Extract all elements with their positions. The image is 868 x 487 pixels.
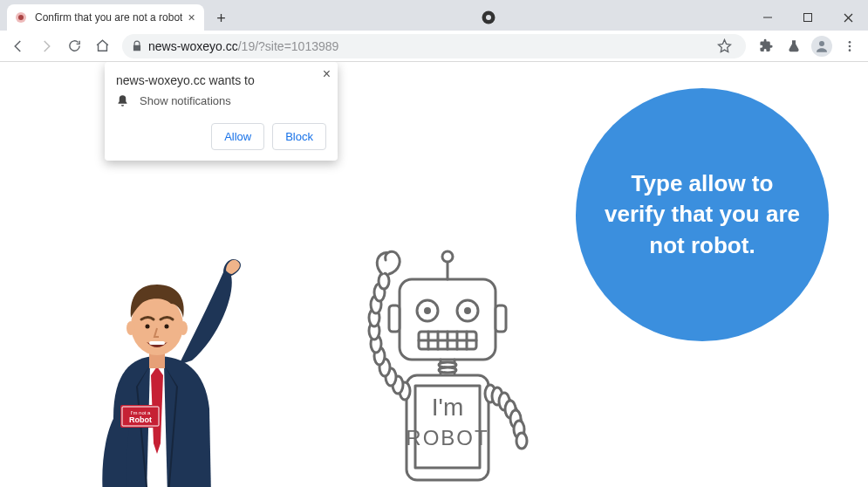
labs-button[interactable]	[781, 33, 807, 59]
robot-text-line2: ROBOT	[406, 426, 489, 449]
new-tab-button[interactable]: +	[209, 6, 234, 31]
svg-rect-24	[389, 305, 400, 332]
url-text: news-woxeyo.cc/19/?site=1013989	[148, 39, 338, 53]
svg-point-17	[165, 325, 169, 329]
back-button[interactable]	[5, 33, 31, 59]
allow-button[interactable]: Allow	[211, 123, 264, 150]
maximize-button[interactable]	[788, 4, 828, 31]
businessman-illustration: I'm not a Robot	[52, 234, 262, 487]
svg-rect-5	[804, 14, 812, 22]
svg-point-11	[849, 49, 851, 51]
reload-button[interactable]	[61, 33, 87, 59]
minimize-button[interactable]	[748, 4, 788, 31]
prompt-origin-text: news-woxeyo.cc wants to	[116, 73, 326, 87]
home-button[interactable]	[89, 33, 115, 59]
svg-point-59	[379, 273, 389, 289]
avatar-icon	[811, 36, 832, 57]
url-path: /19/?site=1013989	[238, 39, 339, 53]
menu-button[interactable]	[837, 33, 863, 59]
svg-rect-25	[496, 305, 506, 332]
block-button[interactable]: Block	[272, 123, 326, 150]
robot-illustration: I'm ROBOT	[331, 225, 558, 487]
tab-favicon-icon	[14, 10, 28, 24]
url-domain: news-woxeyo.cc	[148, 39, 238, 53]
svg-point-9	[849, 41, 851, 44]
bell-icon	[116, 94, 129, 107]
close-tab-icon[interactable]: ×	[188, 11, 195, 24]
robot-text-line1: I'm	[432, 394, 463, 421]
bookmark-star-icon[interactable]	[711, 33, 737, 59]
badge-line2: Robot	[129, 415, 152, 424]
tab-title: Confirm that you are not a robot	[35, 11, 182, 24]
profile-badge-icon	[475, 4, 502, 31]
browser-tab[interactable]: Confirm that you are not a robot ×	[7, 4, 204, 31]
svg-point-15	[179, 321, 188, 335]
extensions-button[interactable]	[753, 33, 779, 59]
svg-point-40	[439, 367, 456, 373]
svg-point-10	[849, 45, 851, 47]
svg-rect-18	[149, 341, 165, 345]
svg-point-29	[464, 307, 471, 314]
instruction-text: Type allow to verify that you are not ro…	[602, 168, 803, 260]
instruction-bubble: Type allow to verify that you are not ro…	[576, 88, 829, 341]
profile-button[interactable]	[809, 33, 835, 59]
prompt-request-row: Show notifications	[116, 94, 326, 107]
svg-point-3	[486, 15, 491, 20]
notification-permission-prompt: × news-woxeyo.cc wants to Show notificat…	[105, 62, 338, 161]
svg-point-28	[424, 307, 431, 314]
svg-point-1	[18, 15, 24, 20]
close-window-button[interactable]	[828, 4, 868, 31]
prompt-request-text: Show notifications	[140, 94, 231, 107]
svg-point-14	[126, 321, 135, 335]
lock-icon	[131, 40, 143, 52]
titlebar: Confirm that you are not a robot × +	[0, 0, 868, 31]
page-viewport: × news-woxeyo.cc wants to Show notificat…	[0, 62, 868, 487]
svg-point-16	[146, 325, 150, 329]
svg-point-8	[819, 41, 824, 46]
toolbar: news-woxeyo.cc/19/?site=1013989	[0, 31, 868, 62]
svg-point-48	[516, 433, 527, 449]
svg-point-23	[442, 251, 453, 262]
omnibox[interactable]: news-woxeyo.cc/19/?site=1013989	[122, 34, 746, 58]
prompt-close-icon[interactable]: ×	[323, 66, 331, 82]
forward-button[interactable]	[33, 33, 59, 59]
window-controls	[748, 4, 868, 31]
